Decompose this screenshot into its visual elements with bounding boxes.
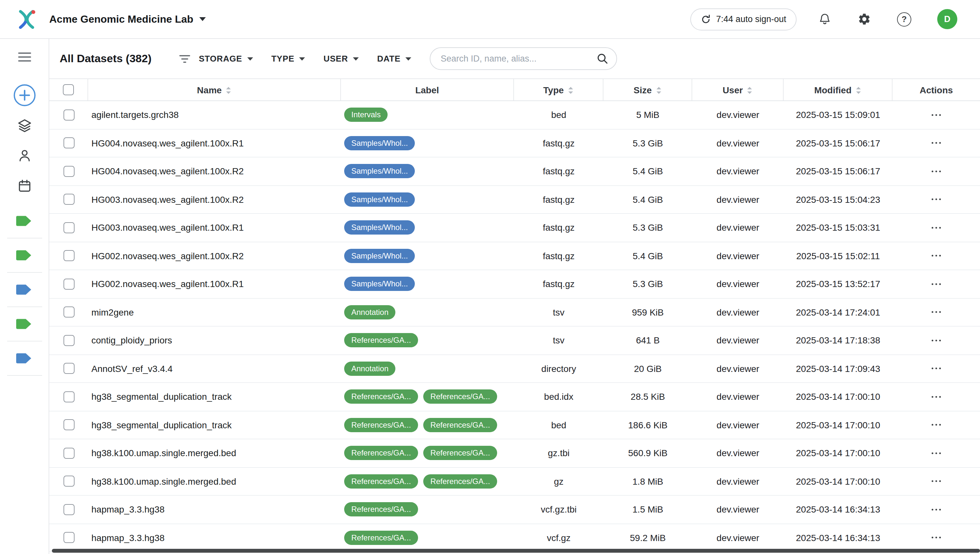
- dataset-user: dev.viewer: [692, 448, 784, 458]
- tag-filter-item[interactable]: [7, 341, 42, 376]
- row-checkbox[interactable]: [63, 194, 74, 205]
- row-actions-button[interactable]: [927, 532, 945, 543]
- ellipsis-icon: [930, 423, 942, 427]
- row-actions-button[interactable]: [927, 448, 945, 459]
- dataset-modified: 2025-03-14 16:34:13: [784, 533, 892, 543]
- table-row[interactable]: contig_ploidy_priors References/GA... ts…: [49, 326, 980, 355]
- row-actions-button[interactable]: [927, 420, 945, 431]
- dataset-name: hg38_segmental_duplication_track: [88, 392, 341, 402]
- tag-filter-item[interactable]: [7, 307, 42, 341]
- dataset-user: dev.viewer: [692, 363, 784, 374]
- sidebar-item-datasets[interactable]: [16, 118, 32, 134]
- row-actions-button[interactable]: [927, 392, 945, 403]
- select-all-checkbox[interactable]: [63, 84, 74, 95]
- row-checkbox[interactable]: [63, 504, 74, 515]
- table-row[interactable]: hg38_segmental_duplication_track Referen…: [49, 411, 980, 439]
- column-header-name[interactable]: Name: [88, 79, 341, 100]
- row-checkbox[interactable]: [63, 138, 74, 149]
- row-checkbox[interactable]: [63, 448, 74, 459]
- label-badge: References/GA...: [344, 446, 418, 460]
- auto-signout-label: 7:44 auto sign-out: [716, 14, 786, 24]
- dataset-modified: 2025-03-15 15:03:31: [784, 223, 892, 233]
- dataset-modified: 2025-03-14 17:18:38: [784, 335, 892, 346]
- row-checkbox[interactable]: [63, 335, 74, 346]
- row-checkbox[interactable]: [63, 392, 74, 403]
- dataset-type: fastq.gz: [514, 138, 604, 148]
- row-checkbox[interactable]: [63, 363, 74, 374]
- filter-dropdown-date[interactable]: DATE: [377, 54, 411, 64]
- ellipsis-icon: [930, 282, 942, 286]
- ellipsis-icon: [930, 339, 942, 342]
- help-button[interactable]: ?: [897, 12, 911, 26]
- table-row[interactable]: HG002.novaseq.wes_agilent.100x.R2 Sample…: [49, 242, 980, 270]
- column-header-modified[interactable]: Modified: [784, 79, 892, 100]
- settings-button[interactable]: [857, 12, 871, 26]
- row-checkbox[interactable]: [63, 166, 74, 177]
- row-actions-button[interactable]: [927, 504, 945, 515]
- table-header: Name Label Type Size User Modified: [49, 78, 980, 101]
- tag-filter-item[interactable]: [7, 239, 42, 273]
- sidebar-item-calendar[interactable]: [16, 178, 32, 194]
- row-actions-button[interactable]: [927, 166, 945, 177]
- search-input[interactable]: [430, 47, 617, 70]
- table-row[interactable]: agilent.targets.grch38 Intervals bed 5 M…: [49, 101, 980, 129]
- notifications-button[interactable]: [818, 12, 832, 26]
- column-header-size[interactable]: Size: [604, 79, 692, 100]
- add-dataset-button[interactable]: [13, 84, 36, 107]
- row-checkbox[interactable]: [63, 532, 74, 543]
- row-actions-button[interactable]: [927, 138, 945, 149]
- select-all-cell: [49, 79, 88, 100]
- table-row[interactable]: HG002.novaseq.wes_agilent.100x.R1 Sample…: [49, 270, 980, 298]
- search-icon[interactable]: [596, 53, 609, 67]
- column-header-user[interactable]: User: [692, 79, 784, 100]
- row-actions-button[interactable]: [927, 307, 945, 318]
- logo-icon[interactable]: [13, 5, 40, 33]
- row-checkbox[interactable]: [63, 420, 74, 431]
- filter-dropdown-type[interactable]: TYPE: [271, 54, 305, 64]
- dataset-user: dev.viewer: [692, 533, 784, 543]
- row-checkbox[interactable]: [63, 307, 74, 318]
- table-row[interactable]: hg38_segmental_duplication_track Referen…: [49, 383, 980, 411]
- user-avatar[interactable]: D: [937, 9, 957, 29]
- auto-signout-button[interactable]: 7:44 auto sign-out: [690, 8, 797, 30]
- row-actions-button[interactable]: [927, 363, 945, 374]
- menu-toggle-button[interactable]: [17, 52, 32, 62]
- row-actions-button[interactable]: [927, 279, 945, 290]
- sidebar-item-users[interactable]: [16, 148, 32, 163]
- row-actions-button[interactable]: [927, 222, 945, 233]
- table-row[interactable]: hg38.k100.umap.single.merged.bed Referen…: [49, 468, 980, 496]
- tag-filter-item[interactable]: [7, 204, 42, 239]
- row-actions-button[interactable]: [927, 335, 945, 346]
- row-checkbox[interactable]: [63, 250, 74, 261]
- table-row[interactable]: HG004.novaseq.wes_agilent.100x.R2 Sample…: [49, 158, 980, 186]
- row-actions-button[interactable]: [927, 476, 945, 487]
- row-checkbox[interactable]: [63, 222, 74, 233]
- row-actions-button[interactable]: [927, 110, 945, 121]
- horizontal-scrollbar[interactable]: [52, 549, 980, 553]
- table-row[interactable]: hg38.k100.umap.single.merged.bed Referen…: [49, 439, 980, 468]
- org-selector[interactable]: Acme Genomic Medicine Lab: [49, 13, 206, 25]
- tag-filter-item[interactable]: [7, 273, 42, 307]
- row-checkbox[interactable]: [63, 476, 74, 487]
- column-header-type[interactable]: Type: [514, 79, 604, 100]
- table-row[interactable]: hapmap_3.3.hg38 References/GA... vcf.gz …: [49, 524, 980, 552]
- sort-icon: [568, 86, 574, 94]
- table-row[interactable]: HG004.novaseq.wes_agilent.100x.R1 Sample…: [49, 129, 980, 158]
- row-actions-button[interactable]: [927, 194, 945, 205]
- ellipsis-icon: [930, 311, 942, 314]
- sidebar-tag-list: [7, 204, 42, 376]
- table-row[interactable]: AnnotSV_ref_v3.4.4 Annotation directory …: [49, 355, 980, 383]
- row-checkbox[interactable]: [63, 110, 74, 121]
- row-actions-button[interactable]: [927, 250, 945, 261]
- filter-dropdown-user[interactable]: USER: [323, 54, 359, 64]
- table-row[interactable]: hapmap_3.3.hg38 References/GA... vcf.gz.…: [49, 496, 980, 524]
- dataset-name: AnnotSV_ref_v3.4.4: [88, 363, 341, 374]
- dataset-size: 5.3 GiB: [604, 279, 692, 289]
- table-row[interactable]: mim2gene Annotation tsv 959 KiB dev.view…: [49, 298, 980, 326]
- filter-dropdown-storage[interactable]: STORAGE: [199, 54, 253, 64]
- table-row[interactable]: HG003.novaseq.wes_agilent.100x.R1 Sample…: [49, 214, 980, 242]
- dataset-size: 59.2 MiB: [604, 533, 692, 543]
- table-row[interactable]: HG003.novaseq.wes_agilent.100x.R2 Sample…: [49, 186, 980, 214]
- sidebar: [0, 39, 49, 554]
- row-checkbox[interactable]: [63, 279, 74, 290]
